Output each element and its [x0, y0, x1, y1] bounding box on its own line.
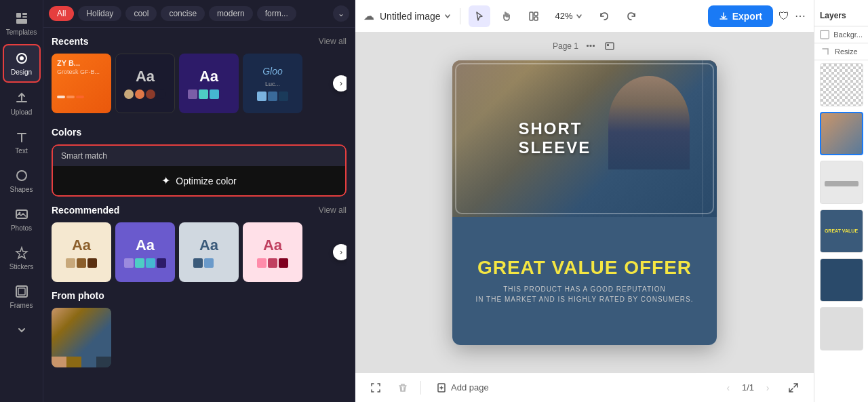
filter-tab-formal[interactable]: form...: [257, 6, 296, 21]
upload-label: Upload: [11, 108, 33, 116]
bottom-bar: Add page ‹ 1/1 ›: [355, 372, 814, 402]
resize-layer-item[interactable]: Resize: [814, 43, 868, 60]
design-card[interactable]: SHORT SLEEVE GREAT VALUE OFFER THIS PROD…: [452, 60, 717, 345]
document-title[interactable]: Untitled image: [380, 11, 452, 22]
sidebar-item-shapes[interactable]: Shapes: [3, 163, 41, 199]
sidebar-item-stickers[interactable]: Stickers: [3, 240, 41, 276]
from-photo-item[interactable]: [52, 308, 111, 367]
svg-rect-10: [18, 288, 25, 295]
filter-tab-cool[interactable]: cool: [125, 6, 157, 21]
hand-icon: [501, 11, 512, 22]
shapes-icon: [14, 168, 29, 183]
recommended-grid: Aa Aa: [52, 222, 347, 282]
recommended-next-button[interactable]: ›: [333, 244, 347, 260]
more-options-button[interactable]: ⋯: [795, 9, 806, 22]
optimize-icon: ✦: [161, 174, 170, 187]
chevron-down-icon: [14, 323, 29, 338]
recommended-item-1[interactable]: Aa: [52, 222, 111, 282]
recommended-item-3[interactable]: Aa: [179, 222, 239, 282]
page-navigation: ‹ 1/1 ›: [720, 380, 776, 396]
filter-expand-button[interactable]: ⌄: [333, 5, 349, 22]
zoom-value: 42%: [555, 11, 573, 21]
sidebar-item-templates[interactable]: Templates: [3, 5, 41, 41]
rec2-swatches: [124, 258, 166, 268]
layer-thumb-2[interactable]: [820, 112, 863, 155]
recent4-text: Gloo: [262, 66, 283, 77]
export-button[interactable]: Export: [708, 5, 773, 27]
card-subtitle: THIS PRODUCT HAS A GOOD REPUTATION IN TH…: [476, 284, 694, 304]
redo-button[interactable]: [620, 5, 642, 27]
delete-button[interactable]: [393, 378, 412, 397]
recent-item-4[interactable]: Gloo Luc...: [243, 54, 302, 113]
filter-tab-modern[interactable]: modern: [209, 6, 253, 21]
zoom-control[interactable]: 42%: [550, 8, 588, 24]
sidebar-item-photos[interactable]: Photos: [3, 201, 41, 237]
title-text: Untitled image: [380, 11, 441, 22]
recent-item-3[interactable]: Aa: [179, 54, 239, 113]
sidebar-item-more[interactable]: [3, 317, 41, 343]
fullscreen-button[interactable]: [366, 378, 385, 397]
svg-rect-12: [534, 12, 538, 16]
select-tool-button[interactable]: [469, 5, 490, 27]
layer-blue-preview: [821, 259, 863, 301]
layout-tool-button[interactable]: [523, 5, 545, 27]
expand-icon: [789, 383, 798, 393]
layer-thumb-1[interactable]: [820, 63, 863, 106]
rec2-aa: Aa: [136, 237, 155, 254]
svg-rect-2: [22, 16, 27, 18]
recents-grid: ZY B... Grotesk GF-B... Aa: [52, 54, 347, 113]
undo-icon: [599, 11, 610, 22]
hand-tool-button[interactable]: [496, 5, 517, 27]
recent-item-2[interactable]: Aa: [115, 54, 175, 113]
next-page-button[interactable]: ›: [760, 380, 776, 396]
undo-button[interactable]: [593, 5, 615, 27]
add-page-label: Add page: [451, 382, 489, 393]
recent3-aa: Aa: [199, 68, 218, 85]
svg-rect-16: [593, 45, 595, 47]
page-options-icon: [586, 41, 595, 51]
recommended-item-2[interactable]: Aa: [115, 222, 175, 282]
filter-tab-holiday[interactable]: Holiday: [78, 6, 121, 21]
sidebar-item-upload[interactable]: Upload: [3, 85, 41, 121]
recommended-item-4[interactable]: Aa: [243, 222, 302, 282]
canvas-viewport[interactable]: Page 1 SHORT S: [355, 33, 814, 372]
recent2-colors: [124, 89, 166, 99]
page-options-button[interactable]: [584, 39, 597, 53]
sidebar-item-text[interactable]: Text: [3, 124, 41, 160]
recent4-sub: Luc...: [265, 81, 280, 87]
layer-thumb-4[interactable]: GREAT VALUE: [820, 209, 863, 253]
layer-thumb-6[interactable]: [820, 307, 863, 350]
svg-point-5: [20, 56, 24, 60]
recents-header: Recents View all: [52, 36, 347, 47]
recents-title: Recents: [52, 36, 88, 47]
templates-icon: [14, 11, 29, 26]
background-layer-icon: [820, 29, 829, 40]
expand-canvas-button[interactable]: [784, 378, 803, 397]
fullscreen-icon: [371, 383, 380, 393]
filter-tab-concise[interactable]: concise: [161, 6, 205, 21]
recent1-sub: Grotesk GF-B...: [57, 68, 100, 75]
add-page-button[interactable]: Add page: [429, 378, 497, 397]
rec3-aa: Aa: [199, 237, 218, 254]
frames-label: Frames: [10, 302, 33, 309]
stickers-label: Stickers: [9, 263, 34, 270]
prev-page-button[interactable]: ‹: [720, 380, 736, 396]
background-layer-item[interactable]: Backgr...: [814, 26, 868, 43]
recent2-aa: Aa: [136, 68, 155, 85]
filter-tab-all[interactable]: All: [49, 6, 74, 21]
optimize-color-button[interactable]: ✦ Optimize color: [53, 166, 345, 195]
recents-view-all[interactable]: View all: [319, 37, 347, 46]
recent-item-1[interactable]: ZY B... Grotesk GF-B...: [52, 54, 111, 113]
page-thumbnail-button[interactable]: [603, 39, 616, 53]
sidebar-item-frames[interactable]: Frames: [3, 279, 41, 315]
sidebar-item-design[interactable]: Design: [3, 44, 41, 83]
layer-thumb-5[interactable]: [820, 258, 863, 302]
card-subtitle-line2: IN THE MARKET AND IS HIGHLY RATED BY CON…: [476, 296, 694, 303]
recommended-view-all[interactable]: View all: [319, 205, 347, 215]
svg-rect-13: [534, 17, 538, 20]
svg-rect-1: [22, 13, 27, 15]
layer-thumb-3[interactable]: [820, 161, 863, 204]
recents-section: Recents View all ZY B... Grotesk GF-B...: [43, 28, 355, 119]
recents-next-button[interactable]: ›: [333, 75, 347, 92]
frames-icon: [14, 284, 29, 299]
